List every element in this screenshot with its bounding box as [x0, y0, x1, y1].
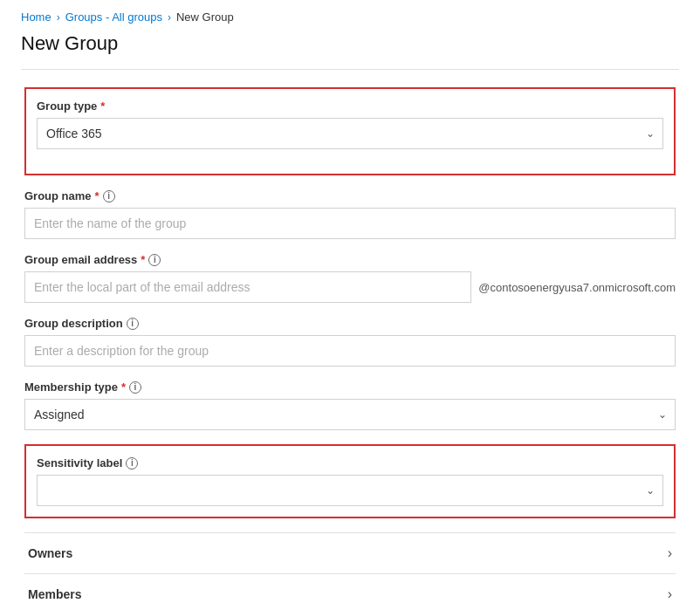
- page-container: Home › Groups - All groups › New Group N…: [0, 0, 700, 610]
- membership-type-info-icon[interactable]: i: [129, 381, 141, 394]
- breadcrumb-groups[interactable]: Groups - All groups: [65, 10, 162, 24]
- nav-item-owners-label: Owners: [28, 546, 72, 560]
- group-email-input[interactable]: [24, 271, 471, 303]
- group-description-field: Group description i: [24, 317, 676, 367]
- nav-items-section: Owners › Members ›: [24, 532, 676, 610]
- group-name-required: *: [95, 189, 100, 202]
- group-description-info-icon[interactable]: i: [127, 318, 139, 330]
- group-type-select[interactable]: Office 365 Security Mail-enabled securit…: [37, 118, 663, 149]
- nav-item-owners-chevron-icon: ›: [668, 545, 672, 561]
- group-name-label: Group name * i: [24, 189, 676, 202]
- page-divider: [21, 69, 679, 70]
- sensitivity-label-select-wrapper: ⌄: [37, 475, 663, 506]
- nav-item-members[interactable]: Members ›: [24, 574, 676, 610]
- membership-type-select[interactable]: Assigned Dynamic User Dynamic Device: [24, 399, 676, 430]
- group-email-field: Group email address * i @contosoenergyus…: [24, 253, 676, 303]
- sensitivity-label-select[interactable]: [37, 475, 663, 506]
- group-type-highlight-box: Group type * Office 365 Security Mail-en…: [24, 87, 676, 175]
- breadcrumb-sep-1: ›: [57, 11, 60, 24]
- nav-item-members-chevron-icon: ›: [668, 586, 672, 602]
- sensitivity-label-label: Sensitivity label i: [37, 456, 663, 469]
- membership-type-label: Membership type * i: [24, 380, 676, 394]
- group-email-info-icon[interactable]: i: [148, 254, 161, 266]
- breadcrumb-sep-2: ›: [168, 11, 171, 24]
- sensitivity-label-info-icon[interactable]: i: [126, 457, 138, 469]
- membership-type-required: *: [121, 380, 126, 394]
- group-type-required: *: [100, 99, 105, 113]
- breadcrumb: Home › Groups - All groups › New Group: [21, 10, 679, 24]
- breadcrumb-current: New Group: [176, 10, 234, 24]
- group-name-input[interactable]: [24, 208, 676, 239]
- page-title: New Group: [21, 32, 679, 55]
- group-type-field: Group type * Office 365 Security Mail-en…: [37, 99, 663, 149]
- membership-type-select-wrapper: Assigned Dynamic User Dynamic Device ⌄: [24, 399, 676, 430]
- group-description-label: Group description i: [24, 317, 676, 330]
- sensitivity-label-field: Sensitivity label i ⌄: [37, 456, 663, 506]
- breadcrumb-home[interactable]: Home: [21, 10, 51, 24]
- sensitivity-label-highlight-box: Sensitivity label i ⌄: [24, 444, 676, 518]
- group-email-required: *: [141, 253, 145, 266]
- group-type-label: Group type *: [37, 99, 663, 113]
- group-email-label: Group email address * i: [24, 253, 676, 266]
- email-row: @contosoenergyusa7.onmicrosoft.com: [24, 271, 676, 303]
- group-description-input[interactable]: [24, 335, 676, 367]
- membership-type-field: Membership type * i Assigned Dynamic Use…: [24, 380, 676, 430]
- email-domain: @contosoenergyusa7.onmicrosoft.com: [478, 281, 676, 294]
- form-section: Group type * Office 365 Security Mail-en…: [21, 87, 679, 610]
- email-input-wrapper: [24, 271, 471, 303]
- group-name-field: Group name * i: [24, 189, 676, 239]
- nav-item-owners[interactable]: Owners ›: [24, 532, 676, 574]
- group-type-select-wrapper: Office 365 Security Mail-enabled securit…: [37, 118, 663, 149]
- nav-item-members-label: Members: [28, 587, 81, 601]
- group-name-info-icon[interactable]: i: [103, 190, 115, 202]
